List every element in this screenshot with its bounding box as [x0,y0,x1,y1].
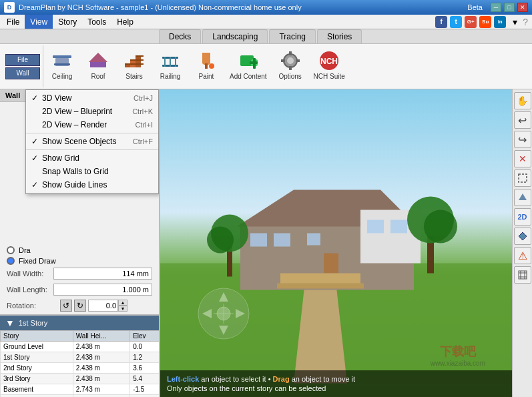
menu-show-grid[interactable]: ✓ Show Grid [26,151,158,165]
spin-up-button[interactable]: ▲ [118,300,127,306]
titlebar-right: Beta ─ □ ✕ [467,3,528,12]
options-label: Options [278,73,301,80]
table-row[interactable]: Ground Level 2.438 m 0.0 [1,342,160,352]
roof-label: Roof [91,73,105,80]
tab-tracing[interactable]: Tracing [269,29,316,43]
table-row[interactable]: 1st Story 2.438 m 1.2 [1,352,160,363]
svg-rect-27 [296,59,300,62]
menu-story[interactable]: Story [53,15,82,29]
3d-object-button[interactable] [514,228,531,245]
rotate-left-button[interactable]: ↺ [60,300,72,312]
navigation-arrows[interactable] [197,287,250,340]
options-button[interactable]: Options [273,45,308,84]
ceiling-button[interactable]: Ceiling [45,45,79,84]
shortcut-scene: Ctrl+F [133,137,153,145]
story-name-cell: 3rd Story [1,374,73,384]
warning-button[interactable]: ⚠ [514,247,531,264]
story-title: 1st Story [19,319,47,327]
wall-height-cell: 1.219 m [73,395,129,398]
wall-height-cell: 2.438 m [73,352,129,363]
story-scroll-area[interactable]: Story Wall Hei... Elev Ground Level 2.43… [0,330,160,397]
left-panel: ✓ 3D View Ctrl+J 2D View – Blueprint Ctr… [0,89,160,397]
nch-suite-button[interactable]: NCH NCH Suite [309,45,350,84]
stumbleupon-icon[interactable]: Su [479,16,491,28]
wall-length-input[interactable] [53,284,152,296]
minimize-button[interactable]: ─ [491,3,501,12]
wall-length-row: Wall Length: [7,284,152,296]
maximize-button[interactable]: □ [504,3,515,12]
menu-show-scene[interactable]: ✓ Show Scene Objects Ctrl+F [26,135,158,148]
2d-view-button[interactable]: 2D [514,208,531,226]
grid-button[interactable] [514,266,531,284]
menu-2d-blueprint[interactable]: 2D View – Blueprint Ctrl+K [26,105,158,118]
svg-rect-36 [274,234,290,247]
elev-cell: 1.2 [130,352,160,363]
undo-button[interactable]: ↩ [514,111,531,129]
menu-help[interactable]: Help [111,15,139,29]
svg-rect-10 [136,55,144,57]
rotation-input[interactable] [88,300,118,312]
watermark: 下载吧 www.xiazaiba.com [431,344,485,367]
linkedin-icon[interactable]: in [494,16,506,28]
shortcut-3d: Ctrl+J [134,94,153,102]
roof-button[interactable]: Roof [81,45,115,84]
menu-show-guidelines[interactable]: ✓ Show Guide Lines [26,178,158,191]
stairs-button[interactable]: Stairs [117,45,152,84]
file-tab-btn[interactable]: File [5,54,40,66]
drag-text: Drag [273,375,290,383]
table-row[interactable]: Basement 2.743 m -1.5 [1,384,160,395]
redo-button[interactable]: ↪ [514,131,531,148]
svg-rect-35 [250,234,267,247]
story-collapse-icon[interactable]: ▼ [5,318,15,328]
story-name-cell: Foundation [1,395,73,398]
menu-2d-render[interactable]: 2D View – Render Ctrl+I [26,118,158,131]
svg-rect-0 [53,55,71,58]
wall-tab-btn[interactable]: Wall [5,67,40,79]
ceiling-icon [51,50,73,71]
3d-view-area[interactable]: 下载吧 www.xiazaiba.com Left-click an objec… [160,89,512,397]
delete-button[interactable]: ✕ [514,150,531,167]
paint-button[interactable]: Paint [189,45,224,84]
railing-button[interactable]: Railing [153,45,188,84]
svg-text:NCH: NCH [320,57,338,66]
menu-file[interactable]: File [1,15,25,29]
facebook-icon[interactable]: f [435,16,447,28]
svg-rect-42 [277,284,364,289]
story-panel-header: ▼ 1st Story [0,316,160,330]
googleplus-icon[interactable]: G+ [465,16,477,28]
select-box-button[interactable] [514,169,531,187]
svg-point-45 [207,227,234,254]
svg-rect-40 [324,254,338,274]
chevron-down-icon[interactable]: ▾ [513,17,517,27]
table-row[interactable]: 3rd Story 2.438 m 5.4 [1,374,160,384]
svg-rect-8 [125,63,144,65]
status-line-2: Only objects on the current story can be… [167,384,505,392]
rotate-right-button[interactable]: ↻ [74,300,86,312]
tab-stories[interactable]: Stories [317,29,362,43]
hand-tool-button[interactable]: ✋ [514,92,531,109]
add-content-button[interactable]: Add Content [225,45,272,84]
menu-snap-walls[interactable]: Snap Walls to Grid [26,165,158,178]
add-content-icon [238,50,259,71]
menu-view[interactable]: View [25,15,53,29]
twitter-icon[interactable]: t [450,16,462,28]
table-row[interactable]: 2nd Story 2.438 m 3.6 [1,363,160,374]
menubar: File View Story Tools Help f t G+ Su in … [0,15,532,29]
tab-landscaping[interactable]: Landscaping [202,29,268,43]
svg-rect-24 [289,51,292,55]
svg-rect-13 [164,57,166,67]
fixed-draw-radio[interactable] [7,257,15,265]
draw-radio[interactable] [7,246,15,254]
elev-cell: 0.0 [130,342,160,352]
rotation-spin: ▲ ▼ [88,300,127,312]
rotation-label: Rotation: [7,302,60,310]
spin-down-button[interactable]: ▼ [118,306,127,312]
help-icon[interactable]: ? [523,17,528,27]
tab-decks[interactable]: Decks [159,29,201,43]
table-row[interactable]: Foundation 1.219 m 0.0 [1,395,160,398]
menu-3d-view[interactable]: ✓ 3D View Ctrl+J [26,91,158,105]
menu-tools[interactable]: Tools [82,15,111,29]
close-button[interactable]: ✕ [517,3,528,12]
material-button[interactable] [514,189,531,206]
wall-width-input[interactable] [53,268,152,280]
